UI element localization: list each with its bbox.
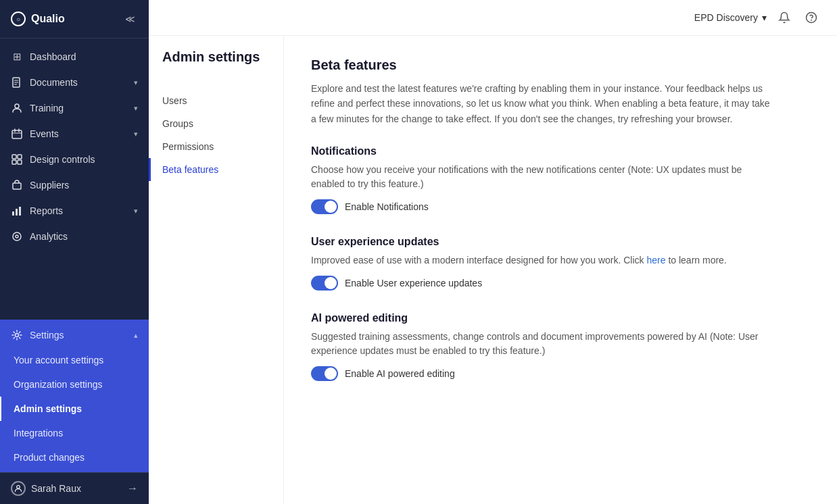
sidebar-item-events[interactable]: Events ▾ xyxy=(0,121,149,147)
nav-label: Groups xyxy=(162,118,193,129)
svg-rect-13 xyxy=(13,183,21,189)
sidebar-item-training[interactable]: Training ▾ xyxy=(0,95,149,121)
beta-features-title: Beta features xyxy=(311,57,810,73)
sidebar-item-settings[interactable]: Settings ▴ xyxy=(0,322,149,348)
chevron-down-icon: ▾ xyxy=(134,104,138,113)
toggle-row-ai-editing: Enable AI powered editing xyxy=(311,366,810,381)
sidebar-item-label: Analytics xyxy=(30,231,68,242)
toggle-label-ux-updates: Enable User experience updates xyxy=(345,278,482,288)
submenu-item-product-changes[interactable]: Product changes xyxy=(0,445,149,470)
svg-rect-14 xyxy=(12,211,14,216)
secondary-nav-beta-features[interactable]: Beta features xyxy=(149,158,283,181)
svg-rect-15 xyxy=(16,209,18,216)
sidebar-item-label: Dashboard xyxy=(30,51,76,62)
sidebar-item-design-controls[interactable]: Design controls xyxy=(0,147,149,172)
logout-button[interactable]: → xyxy=(127,482,138,495)
sidebar-item-dashboard[interactable]: ⊞ Dashboard xyxy=(0,44,149,70)
sidebar-item-documents[interactable]: Documents ▾ xyxy=(0,70,149,95)
sidebar-item-label: Training xyxy=(30,103,64,114)
feature-notifications: Notifications Choose how you receive you… xyxy=(311,145,810,214)
events-icon xyxy=(11,128,23,140)
svg-rect-16 xyxy=(19,207,21,216)
feature-title-ux-updates: User experience updates xyxy=(311,236,810,248)
submenu-item-organization-settings[interactable]: Organization settings xyxy=(0,372,149,397)
design-controls-icon xyxy=(11,153,23,166)
sidebar-item-label: Documents xyxy=(30,77,78,88)
feature-description-notifications: Choose how you receive your notification… xyxy=(311,163,771,191)
svg-rect-11 xyxy=(12,160,16,164)
sidebar-item-analytics[interactable]: Analytics xyxy=(0,224,149,249)
topbar: EPD Discovery ▾ xyxy=(149,0,837,36)
workspace-selector[interactable]: EPD Discovery ▾ xyxy=(694,12,767,23)
chevron-down-icon: ▾ xyxy=(762,12,767,23)
sidebar-item-label: Events xyxy=(30,128,59,139)
svg-rect-10 xyxy=(18,155,22,159)
sidebar-item-label: Reports xyxy=(30,205,63,216)
avatar xyxy=(11,481,26,496)
toggle-row-ux-updates: Enable User experience updates xyxy=(311,276,810,291)
secondary-nav-groups[interactable]: Groups xyxy=(149,112,283,135)
main-nav: ⊞ Dashboard Documents ▾ Training ▾ xyxy=(0,39,149,320)
svg-rect-9 xyxy=(12,155,16,159)
app-name: Qualio xyxy=(31,13,65,25)
toggle-ai-editing[interactable] xyxy=(311,366,338,381)
sidebar-header: ○ Qualio ≪ xyxy=(0,0,149,39)
chevron-down-icon: ▾ xyxy=(134,78,138,87)
submenu-item-your-account-settings[interactable]: Your account settings xyxy=(0,348,149,372)
sidebar-item-label: Suppliers xyxy=(30,180,69,191)
app-logo: ○ Qualio xyxy=(11,11,65,26)
main-content: EPD Discovery ▾ Admin settings Users Gro… xyxy=(149,0,837,504)
svg-point-18 xyxy=(16,235,18,238)
toggle-row-notifications: Enable Notifications xyxy=(311,199,810,214)
page-title: Admin settings xyxy=(162,49,270,65)
secondary-nav: Admin settings Users Groups Permissions … xyxy=(149,36,284,504)
toggle-label-ai-editing: Enable AI powered editing xyxy=(345,368,455,379)
submenu-item-admin-settings[interactable]: Admin settings xyxy=(0,397,149,421)
sidebar-collapse-button[interactable]: ≪ xyxy=(122,11,138,27)
settings-section: Settings ▴ Your account settings Organiz… xyxy=(0,320,149,472)
settings-icon xyxy=(11,329,23,341)
svg-rect-5 xyxy=(12,130,22,138)
sidebar-item-reports[interactable]: Reports ▾ xyxy=(0,198,149,224)
reports-icon xyxy=(11,205,23,217)
feature-ai-editing: AI powered editing Suggested training as… xyxy=(311,312,810,381)
beta-features-description: Explore and test the latest features we'… xyxy=(311,81,771,126)
chevron-down-icon: ▾ xyxy=(134,207,138,216)
logo-icon: ○ xyxy=(11,11,26,26)
toggle-notifications[interactable] xyxy=(311,199,338,214)
chevron-up-icon: ▴ xyxy=(134,331,138,340)
submenu-label: Product changes xyxy=(14,452,85,463)
sidebar: ○ Qualio ≪ ⊞ Dashboard Documents ▾ xyxy=(0,0,149,504)
secondary-nav-permissions[interactable]: Permissions xyxy=(149,135,283,158)
chevron-down-icon: ▾ xyxy=(134,130,138,138)
ux-desc-link[interactable]: here xyxy=(646,255,665,266)
secondary-nav-users[interactable]: Users xyxy=(149,89,283,112)
ux-desc-after: to learn more. xyxy=(666,255,727,266)
content-area: Admin settings Users Groups Permissions … xyxy=(149,36,837,504)
feature-description-ux-updates: Improved ease of use with a modern inter… xyxy=(311,253,771,268)
submenu-label: Your account settings xyxy=(14,355,103,366)
nav-label: Permissions xyxy=(162,141,214,152)
notifications-button[interactable] xyxy=(775,8,794,27)
feature-title-notifications: Notifications xyxy=(311,145,810,157)
svg-point-4 xyxy=(15,104,19,108)
toggle-ux-updates[interactable] xyxy=(311,276,338,291)
svg-point-19 xyxy=(16,334,19,337)
toggle-label-notifications: Enable Notifications xyxy=(345,201,429,212)
help-button[interactable] xyxy=(802,8,821,27)
page-content-area: Beta features Explore and test the lates… xyxy=(284,36,837,504)
ux-desc-before: Improved ease of use with a modern inter… xyxy=(311,255,646,266)
submenu-item-integrations[interactable]: Integrations xyxy=(0,421,149,445)
svg-point-20 xyxy=(17,486,20,489)
sidebar-footer: Sarah Raux → xyxy=(0,472,149,504)
submenu-label: Admin settings xyxy=(14,403,82,414)
analytics-icon xyxy=(11,230,23,243)
training-icon xyxy=(11,102,23,114)
sidebar-item-suppliers[interactable]: Suppliers xyxy=(0,172,149,198)
feature-title-ai-editing: AI powered editing xyxy=(311,312,810,324)
workspace-name: EPD Discovery xyxy=(694,12,758,23)
submenu-label: Integrations xyxy=(14,428,63,438)
documents-icon xyxy=(11,76,23,89)
nav-label: Users xyxy=(162,95,187,106)
submenu-label: Organization settings xyxy=(14,379,103,390)
